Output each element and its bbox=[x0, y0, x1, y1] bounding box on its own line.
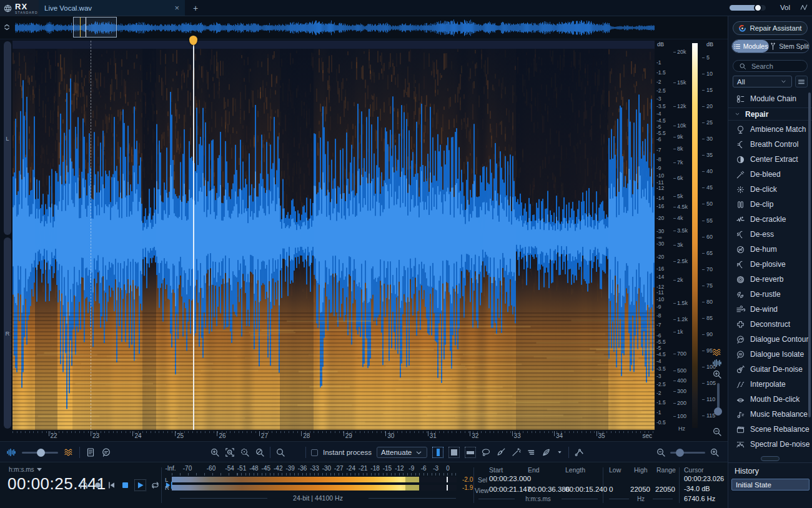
level-meters[interactable]: -Inf.-70-60-54-51-48-45-42-39-36-33-30-2… bbox=[164, 462, 472, 508]
channel-strip-right[interactable]: R bbox=[4, 237, 11, 429]
module-item-guitar-de-noise[interactable]: Guitar De-noise bbox=[728, 362, 812, 377]
spectrogram-view-icon[interactable] bbox=[712, 347, 722, 357]
module-item-label: Center Extract bbox=[750, 155, 798, 164]
overview-view-window[interactable] bbox=[73, 17, 117, 37]
tab-stem-split[interactable]: Stem Split bbox=[769, 40, 809, 52]
grab-tool-icon[interactable] bbox=[290, 447, 300, 457]
module-item-scene-rebalance[interactable]: Scene Rebalance bbox=[728, 422, 812, 437]
channel-label-right: R bbox=[6, 330, 10, 337]
zoom-in-icon[interactable] bbox=[210, 447, 220, 457]
annotations-icon[interactable] bbox=[101, 447, 111, 457]
playhead-line[interactable] bbox=[193, 45, 194, 430]
module-item-de-reverb[interactable]: De-reverb bbox=[728, 272, 812, 287]
tab-close-button[interactable]: × bbox=[174, 3, 179, 12]
module-item-interpolate[interactable]: Interpolate bbox=[728, 377, 812, 392]
horizontal-zoom-knob[interactable] bbox=[676, 449, 684, 457]
zoom-tool-icon[interactable] bbox=[275, 447, 285, 457]
module-item-de-clip[interactable]: De-clip bbox=[728, 197, 812, 212]
feather-dropdown-icon[interactable] bbox=[556, 449, 563, 456]
titlebar: RX STANDARD Live Vocal.wav × + Vol bbox=[0, 0, 812, 16]
display-blend-slider[interactable] bbox=[22, 452, 58, 454]
brush-selection-icon[interactable] bbox=[496, 447, 506, 457]
vertical-zoom-out-icon[interactable] bbox=[712, 427, 722, 437]
search-input[interactable] bbox=[750, 62, 801, 71]
zoom-focus-icon[interactable] bbox=[240, 447, 250, 457]
history-item[interactable]: Initial State bbox=[731, 479, 810, 491]
module-item-de-crackle[interactable]: De-crackle bbox=[728, 212, 812, 227]
module-item-label: Music Rebalance bbox=[750, 410, 808, 419]
repair-section-header[interactable]: Repair bbox=[728, 107, 812, 121]
panel-resize-handle[interactable] bbox=[761, 456, 780, 461]
repair-assistant-button[interactable]: Repair Assistant bbox=[733, 21, 808, 35]
play-button[interactable] bbox=[136, 481, 145, 490]
module-item-de-bleed[interactable]: De-bleed bbox=[728, 167, 812, 182]
blend-slider[interactable] bbox=[717, 383, 720, 416]
blend-slider-knob[interactable] bbox=[714, 407, 722, 416]
module-search[interactable] bbox=[733, 60, 808, 72]
horizontal-zoom-slider[interactable] bbox=[670, 452, 705, 454]
display-blend-knob[interactable] bbox=[37, 449, 45, 457]
module-item-deconstruct[interactable]: Deconstruct bbox=[728, 317, 812, 332]
module-item-de-click[interactable]: De-click bbox=[728, 182, 812, 197]
volume-slider[interactable] bbox=[730, 5, 766, 11]
list-options-button[interactable] bbox=[795, 76, 808, 87]
stop-button[interactable] bbox=[121, 481, 130, 490]
file-tab[interactable]: Live Vocal.wav × bbox=[39, 0, 185, 16]
time-selection-tool[interactable] bbox=[432, 447, 443, 458]
volume-knob[interactable] bbox=[754, 4, 762, 12]
waveform-view-icon[interactable] bbox=[712, 358, 722, 368]
process-mode-select[interactable]: Attenuate bbox=[377, 447, 427, 458]
module-item-de-ess[interactable]: De-ess bbox=[728, 227, 812, 242]
module-item-de-hum[interactable]: De-hum bbox=[728, 242, 812, 257]
record-button[interactable] bbox=[93, 481, 102, 490]
overview-resize-icon[interactable] bbox=[2, 22, 12, 32]
module-item-breath-control[interactable]: Breath Control bbox=[728, 137, 812, 152]
selection-feather-amount-icon[interactable] bbox=[526, 447, 536, 457]
feather-tool-icon[interactable] bbox=[541, 447, 551, 457]
return-to-start-button[interactable] bbox=[107, 481, 116, 490]
magic-wand-icon[interactable] bbox=[511, 447, 521, 457]
loop-button[interactable] bbox=[151, 481, 160, 490]
module-item-music-rebalance[interactable]: Music Rebalance bbox=[728, 407, 812, 422]
zoom-reset-icon[interactable] bbox=[255, 447, 265, 457]
module-item-de-plosive[interactable]: De-plosive bbox=[728, 257, 812, 272]
signal-flow-icon[interactable] bbox=[800, 3, 808, 12]
spectrogram-display-icon[interactable] bbox=[64, 447, 74, 457]
module-item-dialogue-contour[interactable]: Dialogue Contour bbox=[728, 332, 812, 347]
instant-process-label[interactable]: Instant process bbox=[323, 449, 372, 456]
module-item-label: De-hum bbox=[750, 245, 777, 254]
module-item-mouth-de-click[interactable]: Mouth De-click bbox=[728, 392, 812, 407]
ambience-match-icon bbox=[735, 125, 745, 134]
vertical-zoom-in-icon[interactable] bbox=[712, 369, 722, 379]
zoom-to-selection-icon[interactable] bbox=[225, 447, 235, 457]
module-item-de-rustle[interactable]: De-rustle bbox=[728, 287, 812, 302]
module-item-spectral-de-noise[interactable]: Spectral De-noise bbox=[728, 437, 812, 452]
monitor-icon[interactable] bbox=[79, 481, 89, 491]
modules-panel: Repair Assistant Modules Stem Split All bbox=[728, 16, 812, 462]
module-item-dialogue-isolate[interactable]: Dialogue Isolate bbox=[728, 347, 812, 362]
find-similar-icon[interactable] bbox=[574, 447, 584, 457]
frequency-selection-tool[interactable] bbox=[465, 447, 476, 458]
view-length-value: 00:00:15.240 bbox=[565, 486, 607, 493]
file-tab-title: Live Vocal.wav bbox=[44, 4, 174, 12]
module-list-scrollbar[interactable] bbox=[808, 92, 811, 417]
category-filter-select[interactable]: All bbox=[733, 76, 792, 87]
module-item-ambience-match[interactable]: Ambience Match bbox=[728, 122, 812, 137]
horizontal-zoom-in-icon[interactable] bbox=[710, 447, 720, 457]
module-chain-item[interactable]: Module Chain bbox=[728, 91, 812, 106]
cursor-level-value: -34.0 dB bbox=[684, 485, 710, 492]
horizontal-zoom-out-icon[interactable] bbox=[656, 447, 666, 457]
time-frequency-selection-tool[interactable] bbox=[448, 447, 460, 458]
spectrogram-canvas[interactable] bbox=[12, 41, 655, 430]
waveform-overview[interactable] bbox=[0, 16, 728, 39]
lasso-selection-icon[interactable] bbox=[481, 447, 491, 457]
new-tab-button[interactable]: + bbox=[185, 0, 206, 16]
time-format[interactable]: h:m:s.ms bbox=[9, 466, 42, 473]
waveform-display-icon[interactable] bbox=[6, 447, 16, 457]
module-item-center-extract[interactable]: Center Extract bbox=[728, 152, 812, 167]
instant-process-checkbox[interactable] bbox=[311, 449, 318, 456]
channel-strip-left[interactable]: L bbox=[4, 41, 11, 235]
tab-modules[interactable]: Modules bbox=[732, 40, 769, 52]
module-item-de-wind[interactable]: De-wind bbox=[728, 302, 812, 317]
spectrogram-settings-icon[interactable] bbox=[86, 447, 96, 457]
